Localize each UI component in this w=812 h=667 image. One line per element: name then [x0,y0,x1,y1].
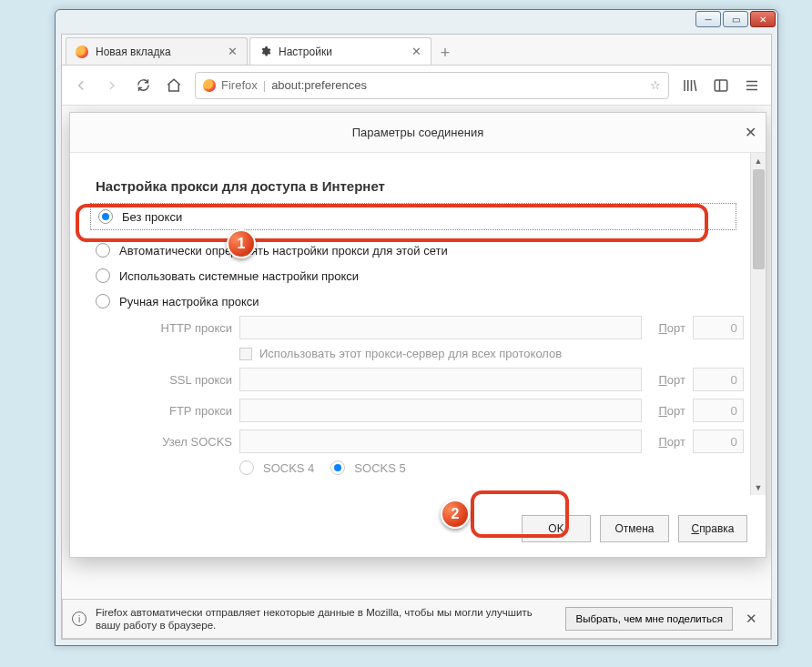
info-icon: i [72,611,86,626]
section-heading: Настройка прокси для доступа в Интернет [96,178,744,194]
radio-dot-icon [96,243,110,258]
connection-settings-dialog: Параметры соединения ✕ Настройка прокси … [69,112,766,558]
checkbox-icon [239,348,252,360]
titlebar: ─ ▭ ✕ [56,10,777,34]
help-button[interactable]: Справка [678,515,747,542]
url-separator: | [263,78,266,92]
ftp-port-input [693,399,744,422]
use-for-all-row: Использовать этот прокси-сервер для всех… [239,347,744,360]
cancel-button[interactable]: Отмена [600,515,669,542]
http-port-input [693,316,744,339]
tab-label: Настройки [279,45,332,58]
radio-dot-icon [239,460,254,475]
reload-button[interactable] [133,76,153,96]
scroll-up-icon[interactable]: ▲ [751,153,766,168]
http-proxy-row: HTTP прокси Порт [132,316,744,339]
choose-share-button[interactable]: Выбрать, чем мне поделиться [565,607,733,631]
tab-label: Новая вкладка [96,45,171,58]
forward-button[interactable] [102,76,122,96]
radio-no-proxy-focus: Без прокси [90,203,736,230]
radio-label: SOCKS 4 [263,461,314,475]
radio-no-proxy[interactable]: Без прокси [98,209,730,224]
socks-version-row: SOCKS 4 SOCKS 5 [239,460,744,475]
toolbar: Firefox | about:preferences ☆ [62,66,771,106]
dialog-close-icon[interactable]: ✕ [745,124,756,141]
notification-close-icon[interactable]: ✕ [742,611,761,627]
tab-strip: Новая вкладка ✕ Настройки ✕ + [62,35,771,66]
ok-button[interactable]: OK [522,515,591,542]
library-icon[interactable] [680,76,700,96]
window-close-button[interactable]: ✕ [750,11,776,27]
port-label: Порт [649,373,685,387]
socks-port-input [693,430,744,453]
svg-rect-0 [715,80,727,91]
radio-label: Использовать системные настройки прокси [119,269,359,283]
field-label: Узел SOCKS [132,435,232,449]
dialog-footer: OK Отмена Справка [70,502,766,557]
firefox-icon [203,79,216,92]
scroll-thumb[interactable] [753,169,765,269]
checkbox-label: Использовать этот прокси-сервер для всех… [259,347,562,360]
minimize-button[interactable]: ─ [695,11,721,27]
field-label: FTP прокси [132,404,232,418]
dialog-body: Настройка прокси для доступа в Интернет … [70,153,766,495]
scroll-down-icon[interactable]: ▼ [751,480,766,495]
ssl-proxy-input [239,368,642,391]
tab-settings[interactable]: Настройки ✕ [249,37,431,65]
back-button[interactable] [71,76,91,96]
tab-new[interactable]: Новая вкладка ✕ [66,37,248,65]
radio-dot-icon [96,294,110,308]
radio-dot-icon [330,460,345,475]
gear-icon [259,45,271,57]
new-tab-button[interactable]: + [433,41,457,65]
firefox-favicon-icon [76,45,88,58]
radio-socks5: SOCKS 5 [330,460,405,475]
content-area: Параметры соединения ✕ Настройка прокси … [62,106,771,639]
ssl-port-input [693,368,744,391]
socks-proxy-row: Узел SOCKS Порт [132,430,744,453]
tab-close-icon[interactable]: ✕ [228,45,238,58]
manual-proxy-fields: HTTP прокси Порт Использовать этот прокс… [132,316,744,475]
radio-label: Без прокси [122,210,182,224]
ftp-proxy-row: FTP прокси Порт [132,399,744,422]
radio-label: Автоматически определять настройки прокс… [119,244,448,258]
field-label: HTTP прокси [132,321,232,335]
dialog-title: Параметры соединения [352,126,483,139]
bookmark-star-icon[interactable]: ☆ [650,78,661,92]
menu-icon[interactable] [742,76,762,96]
port-label: Порт [649,321,685,335]
http-proxy-input [239,316,642,339]
sidebar-icon[interactable] [711,76,731,96]
window-frame: ─ ▭ ✕ Новая вкладка ✕ Настройки ✕ + [55,9,778,646]
notification-text: Firefox автоматически отправляет некотор… [96,606,556,632]
tab-close-icon[interactable]: ✕ [411,45,421,58]
radio-dot-icon [96,268,110,283]
radio-dot-icon [98,209,113,224]
radio-label: SOCKS 5 [354,461,405,475]
radio-manual-proxy[interactable]: Ручная настройка прокси [96,294,744,308]
ssl-proxy-row: SSL прокси Порт [132,368,744,391]
radio-auto-detect[interactable]: Автоматически определять настройки прокс… [96,243,744,258]
radio-system-proxy[interactable]: Использовать системные настройки прокси [96,268,744,283]
dialog-header: Параметры соединения ✕ [70,113,766,153]
notification-bar: i Firefox автоматически отправляет некот… [62,599,771,639]
socks-proxy-input [239,430,642,453]
url-text: about:preferences [271,78,645,92]
radio-socks4: SOCKS 4 [239,460,314,475]
port-label: Порт [649,404,685,418]
maximize-button[interactable]: ▭ [723,11,748,27]
home-button[interactable] [164,76,184,96]
proxy-radio-group: Без прокси Автоматически определять наст… [96,203,744,308]
dialog-scrollbar[interactable]: ▲ ▼ [750,153,766,495]
radio-label: Ручная настройка прокси [119,295,259,308]
url-brand: Firefox [221,78,258,92]
browser-chrome: Новая вкладка ✕ Настройки ✕ + Firefox | … [61,34,772,640]
ftp-proxy-input [239,399,642,422]
field-label: SSL прокси [132,373,232,387]
url-bar[interactable]: Firefox | about:preferences ☆ [195,72,669,99]
port-label: Порт [649,435,685,449]
